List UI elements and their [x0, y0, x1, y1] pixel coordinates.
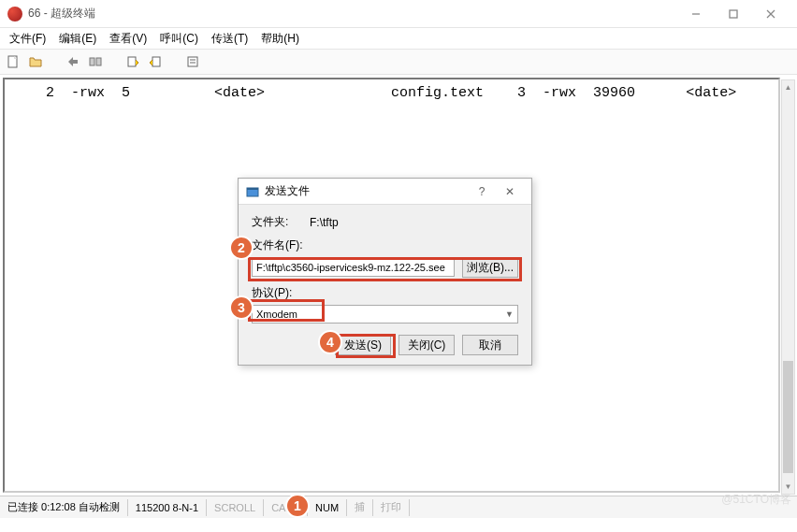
dialog-close-button[interactable]: ✕ — [496, 185, 524, 198]
menu-file[interactable]: 文件(F) — [4, 29, 51, 49]
close-button[interactable] — [752, 1, 790, 27]
send-icon[interactable] — [125, 54, 140, 69]
menubar: 文件(F) 编辑(E) 查看(V) 呼叫(C) 传送(T) 帮助(H) — [0, 28, 797, 49]
svg-rect-1 — [730, 10, 737, 18]
status-baud: 115200 8-N-1 — [128, 499, 207, 516]
connect-icon[interactable] — [65, 54, 80, 69]
term-line: 3 -rwx 39960 <date> multiple-fs — [484, 85, 780, 101]
scroll-thumb[interactable] — [783, 361, 793, 473]
dialog-title: 发送文件 — [265, 183, 468, 199]
window-titlebar: 66 - 超级终端 — [0, 0, 797, 28]
badge-1: 1 — [285, 494, 310, 518]
protocol-select[interactable]: Xmodem ▼ — [252, 305, 518, 324]
status-conn: 已连接 0:12:08 自动检测 — [0, 499, 128, 516]
browse-button[interactable]: 浏览(B)... — [462, 257, 518, 278]
send-button[interactable]: 发送(S) — [335, 335, 391, 355]
watermark: @51CTO博客 — [721, 492, 791, 508]
properties-icon[interactable] — [185, 54, 200, 69]
window-title: 66 - 超级终端 — [28, 6, 677, 22]
svg-rect-6 — [96, 58, 101, 65]
menu-view[interactable]: 查看(V) — [104, 29, 152, 49]
filename-input[interactable] — [252, 258, 455, 277]
cancel-button[interactable]: 取消 — [462, 335, 518, 355]
disconnect-icon[interactable] — [88, 54, 103, 69]
toolbar — [0, 49, 797, 75]
statusbar: 已连接 0:12:08 自动检测 115200 8-N-1 SCROLL CAP… — [0, 496, 797, 518]
minimize-button[interactable] — [677, 1, 715, 27]
badge-3: 3 — [229, 295, 254, 320]
status-capture: 捕 — [347, 499, 373, 516]
folder-value: F:\tftp — [310, 216, 339, 229]
svg-rect-8 — [152, 57, 160, 66]
protocol-label: 协议(P): — [252, 285, 518, 301]
menu-edit[interactable]: 编辑(E) — [53, 29, 102, 49]
badge-2: 2 — [229, 236, 254, 260]
svg-rect-5 — [90, 58, 94, 65]
status-num: NUM — [308, 499, 347, 516]
dialog-help-button[interactable]: ? — [468, 185, 496, 198]
new-icon[interactable] — [6, 54, 21, 69]
app-icon — [7, 7, 22, 22]
status-scroll: SCROLL — [207, 499, 264, 516]
send-file-dialog: 发送文件 ? ✕ 文件夹: F:\tftp 文件名(F): 浏览(B)... 协… — [238, 178, 532, 366]
badge-4: 4 — [318, 330, 342, 354]
term-line: 2 -rwx 5 <date> config.text — [12, 85, 484, 101]
folder-label: 文件夹: — [252, 214, 310, 230]
svg-rect-7 — [128, 57, 136, 66]
svg-rect-13 — [247, 188, 258, 190]
filename-label: 文件名(F): — [252, 237, 518, 253]
maximize-button[interactable] — [715, 1, 752, 27]
open-icon[interactable] — [28, 54, 43, 69]
protocol-value: Xmodem — [256, 309, 297, 320]
terminal-scrollbar[interactable]: ▲ ▼ — [781, 79, 795, 495]
menu-transfer[interactable]: 传送(T) — [206, 29, 254, 49]
svg-rect-9 — [188, 57, 197, 66]
receive-icon[interactable] — [148, 54, 163, 69]
menu-call[interactable]: 呼叫(C) — [154, 29, 204, 49]
menu-help[interactable]: 帮助(H) — [255, 29, 305, 49]
status-print: 打印 — [373, 499, 410, 516]
close-button-dlg[interactable]: 关闭(C) — [398, 335, 455, 355]
chevron-down-icon: ▼ — [505, 309, 514, 319]
dialog-titlebar: 发送文件 ? ✕ — [239, 179, 531, 205]
scroll-up-icon[interactable]: ▲ — [782, 80, 794, 94]
dialog-icon — [246, 185, 259, 198]
